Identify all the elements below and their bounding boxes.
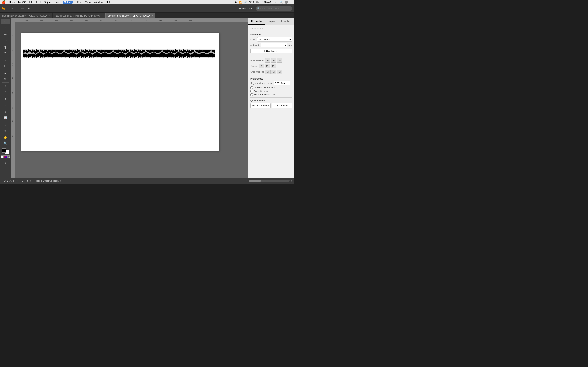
main-layout: ↖ ↗ ✒ 〜 T Tᵢ ╲ □ 🖌 ✏ ↻ ⤡ ⌇ ⊘ ⊞ 📊 ⊡ ▦ ✋ 🔍 — [0, 18, 294, 178]
width-tool[interactable]: ⊘ — [1, 102, 10, 107]
toolbar-btn-mode[interactable]: □ ▾ — [18, 6, 25, 11]
ruler-grid-icon-1[interactable]: ⊞ — [265, 58, 270, 63]
color-swatch[interactable] — [4, 155, 7, 158]
tab-3-label: laserfilm.ai @ 55.26% (RGB/GPU Preview) — [108, 15, 150, 17]
guides-row: Guides ⊞ ⊡ ⊟ — [250, 64, 292, 68]
direct-selection-tool[interactable]: ↗ — [1, 25, 10, 30]
menu-type[interactable]: Type — [54, 1, 60, 4]
curvature-tool[interactable]: 〜 — [1, 38, 10, 43]
edit-artboards-button[interactable]: Edit Artboards — [250, 49, 292, 53]
warp-tool[interactable]: ⌇ — [1, 96, 10, 101]
snap-icon-1[interactable]: ⊞ — [265, 69, 270, 74]
artboard-next-icon[interactable]: ▸ — [291, 43, 292, 47]
divider-2 — [250, 56, 292, 57]
shape-builder-tool[interactable]: ⊞ — [1, 109, 10, 114]
snap-icon-3[interactable]: ⊟ — [277, 69, 282, 74]
canvas-area[interactable]: 100 150 200 250 300 350 400 450 500 550 … — [11, 18, 248, 178]
rotate-tool[interactable]: ↻ — [1, 83, 10, 89]
preferences-button[interactable]: Preferences — [272, 103, 292, 108]
line-tool[interactable]: ╲ — [1, 58, 10, 63]
menu-effect[interactable]: Effect — [76, 1, 82, 4]
collapse-panel-btn[interactable]: ‹ — [156, 15, 160, 18]
scale-strokes-effects-checkbox[interactable] — [250, 93, 253, 96]
menu-list-icon[interactable]: ☰ — [290, 1, 292, 4]
tab-2-close[interactable]: ✕ — [101, 15, 103, 17]
tab-2[interactable]: laserfilm.ai* @ 138.47% (RGB/GPU Preview… — [53, 13, 105, 18]
fill-color-swatch[interactable] — [2, 149, 6, 152]
menu-file[interactable]: File — [29, 1, 33, 4]
tool-sep-5 — [2, 82, 9, 83]
prev-artboard-btn[interactable]: ◂ — [17, 179, 18, 182]
hand-tool[interactable]: ✋ — [1, 135, 10, 140]
zoom-tool[interactable]: 🔍 — [1, 141, 10, 146]
rect-tool[interactable]: □ — [1, 63, 10, 69]
keyboard-increment-input[interactable] — [274, 81, 290, 85]
last-artboard-btn[interactable]: ▸| — [30, 179, 32, 182]
toolbar-btn-st[interactable]: St — [9, 6, 15, 11]
apple-menu[interactable]: 🍎 — [2, 0, 6, 4]
laser-film-strip — [23, 49, 215, 58]
paintbrush-tool[interactable]: 🖌 — [1, 71, 10, 76]
artboard-select[interactable]: 1 — [261, 43, 287, 47]
document-tabs: laserfilm.ai* @ 152.55% (RGB/GPU Preview… — [0, 13, 294, 18]
artboard-number-input[interactable] — [20, 180, 26, 182]
scroll-left-btn[interactable]: ◂ — [246, 179, 247, 182]
next-artboard-btn[interactable]: ▸ — [27, 179, 29, 182]
stock-search-input[interactable] — [256, 6, 292, 11]
selection-tool[interactable]: ↖ — [1, 19, 10, 25]
scale-corners-checkbox[interactable] — [250, 90, 253, 92]
menu-select[interactable]: Select — [63, 1, 72, 4]
tab-layers[interactable]: Layers — [265, 18, 278, 25]
menu-window[interactable]: Window — [94, 1, 103, 4]
keyboard-increment-label: Keyboard Increment: — [250, 82, 273, 85]
slice-tool[interactable]: ▦ — [1, 128, 10, 133]
canvas-viewport[interactable] — [15, 22, 248, 178]
document-setup-button[interactable]: Document Setup — [250, 103, 270, 108]
artboard-tool[interactable]: ⊡ — [1, 122, 10, 127]
touch-type-tool[interactable]: Tᵢ — [1, 50, 10, 56]
ruler-grid-icon-3[interactable]: ⊠ — [277, 58, 282, 63]
snap-icon-2[interactable]: ⊡ — [271, 69, 277, 74]
tab-1-label: laserfilm.ai* @ 152.55% (RGB/GPU Preview… — [2, 15, 47, 17]
scroll-right-btn[interactable]: ▸ — [291, 179, 292, 182]
artboard-prev-icon[interactable]: ◂ — [288, 43, 290, 47]
status-expand-btn[interactable]: ▸ — [60, 179, 61, 182]
scale-tool[interactable]: ⤡ — [1, 89, 10, 94]
pen-tool[interactable]: ✒ — [1, 32, 10, 37]
user-avatar — [285, 1, 288, 4]
ruler-grid-icon-2[interactable]: ⊟ — [271, 58, 276, 63]
guides-icon-2[interactable]: ⊡ — [265, 64, 270, 68]
type-tool[interactable]: T — [1, 45, 10, 50]
tab-1-close[interactable]: ✕ — [48, 15, 50, 17]
libraries-btn[interactable]: ⊞ — [1, 160, 10, 165]
tool-sep-4 — [2, 69, 9, 70]
use-preview-bounds-checkbox[interactable] — [250, 86, 253, 89]
pencil-tool[interactable]: ✏ — [1, 76, 10, 82]
menu-object[interactable]: Object — [44, 1, 52, 4]
search-icon[interactable]: 🔍 — [280, 1, 283, 4]
units-select[interactable]: Millimeters Pixels Inches Points — [257, 37, 292, 42]
artboard — [21, 33, 219, 151]
first-artboard-btn[interactable]: |◂ — [13, 179, 15, 182]
menu-help[interactable]: Help — [106, 1, 112, 4]
tab-properties[interactable]: Properties — [248, 18, 265, 25]
menu-view[interactable]: View — [85, 1, 91, 4]
color-swatches[interactable] — [2, 149, 9, 155]
guides-icon-1[interactable]: ⊞ — [259, 64, 264, 68]
tab-3-close[interactable]: ✕ — [151, 15, 153, 17]
tab-3[interactable]: laserfilm.ai @ 55.26% (RGB/GPU Preview) … — [105, 13, 155, 18]
gradient-swatch[interactable] — [7, 155, 10, 158]
preferences-section-header: Preferences — [250, 77, 292, 80]
scroll-bar[interactable] — [249, 180, 290, 182]
toolbar-btn-star[interactable]: ✦ — [26, 6, 31, 11]
graph-tool[interactable]: 📊 — [1, 115, 10, 120]
essentials-label: Essentials — [239, 7, 250, 10]
menu-edit[interactable]: Edit — [36, 1, 41, 4]
none-swatch[interactable]: × — [1, 155, 4, 158]
menu-app[interactable]: Illustrator CC — [9, 1, 26, 4]
tab-libraries[interactable]: Libraries — [278, 18, 293, 25]
guides-icon-3[interactable]: ⊟ — [270, 64, 276, 68]
essentials-dropdown[interactable]: Essentials ▾ — [237, 6, 254, 11]
panel-collapse-btn[interactable]: ‹ — [2, 179, 2, 182]
tab-1[interactable]: laserfilm.ai* @ 152.55% (RGB/GPU Preview… — [0, 13, 52, 18]
